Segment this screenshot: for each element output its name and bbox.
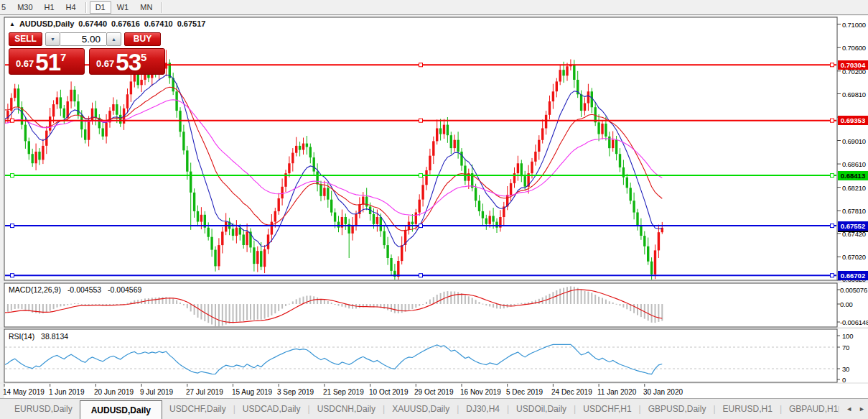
chart-tab-usdchf-h1[interactable]: USDCHF,H1 [576,399,638,419]
buy-button[interactable]: BUY [124,32,161,46]
price-axis-tick: 0.70600 [842,44,866,52]
rsi-axis-tick: 100 [842,332,853,340]
ohlc-high: 0.67616 [111,19,140,28]
date-axis-label: 29 Oct 2019 [414,388,453,396]
chart-tab-bar: EURUSD,DailyAUDUSD,DailyUSDCHF,Daily|USD… [0,398,868,419]
level-price-badge: 0.70304 [838,60,868,70]
buy-price-box[interactable]: 0.67 53 5 [89,48,165,75]
price-axis-tick: 0.68610 [842,160,866,168]
date-axis-label: 15 Aug 2019 [232,388,272,396]
macd-indicator-label: MACD(12,26,9) -0.004553 -0.004569 [9,285,141,294]
macd-name: MACD(12,26,9) [9,285,61,294]
date-axis-label: 16 Nov 2019 [460,388,501,396]
tab-separator: | [838,405,839,413]
level-price-badge: 0.66702 [838,271,868,280]
date-axis-label: 10 Oct 2019 [369,388,408,396]
date-axis-label: 14 May 2019 [3,388,45,396]
chart-tab-usdcnh-daily[interactable]: USDCNH,Daily [310,399,383,419]
triangle-down-icon: ▼ [50,37,55,42]
buy-price-main: 53 [116,52,141,72]
date-axis-label: 27 Jul 2019 [186,388,223,396]
sell-price-prefix: 0.67 [16,58,34,69]
chart-tab-gbpaud-h1[interactable]: GBPAUD,H1 [782,399,845,419]
level-price-badge: 0.68413 [838,171,868,180]
sell-price-main: 51 [35,52,60,72]
rsi-name: RSI(14) [9,332,34,341]
date-axis-label: 21 Sep 2019 [323,388,364,396]
one-click-trading-panel: SELL ▼ ▲ BUY 0.67 51 7 0.67 53 5 [9,32,165,75]
rsi-value: 38.8134 [41,332,68,341]
rsi-axis-tick: 0 [842,376,846,384]
chart-tab-gbpusd-daily[interactable]: GBPUSD,Daily [641,399,714,419]
price-axis-tick: 0.69810 [842,91,866,98]
price-axis-tick: 0.71000 [842,21,866,29]
chart-tab-xauusd-daily[interactable]: XAUUSD,Daily [385,399,457,419]
tab-scroll-arrows: |◄► [838,398,865,419]
chart-tab-eurusd-h1[interactable]: EURUSD,H1 [716,399,780,419]
chart-tab-usdoil-daily[interactable]: USDOil,Daily [509,399,574,419]
volume-increase-button[interactable]: ▲ [106,32,121,46]
chart-title: ▲ AUDUSD,Daily 0.67440 0.67616 0.67410 0… [9,19,205,28]
buy-price-prefix: 0.67 [96,58,114,69]
chart-tab-usdchf-daily[interactable]: USDCHF,Daily [162,399,233,419]
date-axis-label: 11 Jan 2020 [597,388,636,396]
date-axis-label: 5 Dec 2019 [506,388,543,396]
date-axis-label: 9 Jul 2019 [140,388,173,396]
buy-price-pip: 5 [141,51,146,63]
chart-tab-eurusd-daily[interactable]: EURUSD,Daily [7,399,80,419]
scroll-left-icon[interactable]: ◄ [846,405,852,413]
ohlc-low: 0.67410 [144,19,173,28]
price-axis-tick: 0.69010 [842,137,866,145]
level-price-badge: 0.67552 [838,221,868,231]
scroll-right-icon[interactable]: ► [859,405,865,413]
date-axis-label: 30 Jan 2020 [643,388,683,396]
volume-input[interactable] [60,32,106,46]
chart-tab-usdcad-daily[interactable]: USDCAD,Daily [235,399,308,419]
volume-decrease-button[interactable]: ▼ [45,32,60,46]
rsi-axis-tick: 70 [842,344,849,351]
sell-price-pip: 7 [60,51,66,63]
mt4-terminal: 5M30H1H4D1W1MN ▲ AUDUSD,Daily 0.67440 0.… [0,0,868,419]
expand-triangle-icon[interactable]: ▲ [9,21,15,27]
price-axis-tick: 0.67810 [842,207,866,215]
rsi-axis-tick: 30 [842,365,849,373]
chart-tab-dj30-h4[interactable]: DJ30,H4 [459,399,507,419]
chart-tab-audusd-daily[interactable]: AUDUSD,Daily [80,400,162,419]
ohlc-close: 0.67517 [177,19,206,28]
triangle-up-icon: ▲ [111,37,116,42]
price-axis-tick: 0.67020 [842,253,866,261]
ohlc-open: 0.67440 [78,19,107,28]
chart-symbol-label: AUDUSD,Daily [19,19,74,28]
macd-signal-value: -0.004569 [108,285,141,294]
date-axis-label: 1 Jun 2019 [49,388,85,396]
macd-axis-tick: -0.006148 [840,318,868,326]
macd-main-value: -0.004553 [67,285,101,294]
macd-axis-tick: 0.005076 [840,286,867,294]
sell-button[interactable]: SELL [9,32,42,46]
macd-axis-tick: 0.00 [840,300,853,308]
date-axis-label: 20 Jun 2019 [94,388,134,396]
price-axis-tick: 0.68210 [842,184,866,192]
rsi-indicator-label: RSI(14) 38.8134 [9,332,68,341]
date-axis-label: 3 Sep 2019 [277,388,314,396]
sell-price-box[interactable]: 0.67 51 7 [9,48,85,75]
level-price-badge: 0.69353 [838,116,868,125]
date-axis-label: 24 Dec 2019 [551,388,592,396]
